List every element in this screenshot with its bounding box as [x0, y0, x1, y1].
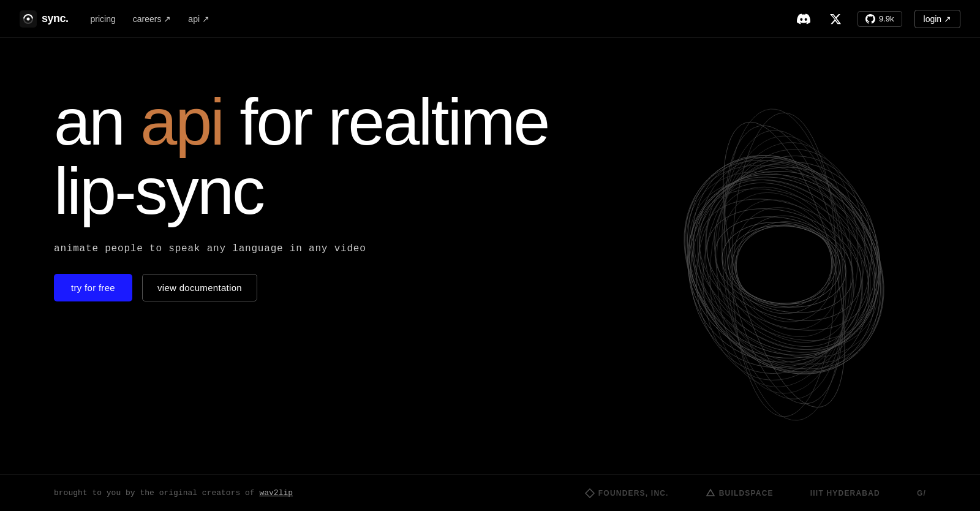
sync-logo-icon — [20, 10, 37, 28]
headline-api: api — [140, 85, 223, 159]
svg-point-40 — [712, 104, 856, 426]
svg-point-38 — [682, 143, 885, 387]
svg-point-36 — [657, 125, 911, 404]
headline-lipsync: lip-sync — [54, 154, 263, 228]
svg-point-9 — [662, 135, 906, 394]
svg-point-28 — [679, 173, 890, 356]
svg-point-35 — [649, 120, 919, 409]
svg-point-39 — [700, 153, 868, 376]
github-stars-button[interactable]: 9.9k — [858, 11, 902, 27]
svg-point-34 — [644, 119, 924, 411]
svg-point-14 — [665, 146, 903, 384]
founders-inc-icon — [585, 488, 595, 498]
svg-point-37 — [669, 133, 900, 397]
twitter-button[interactable] — [826, 9, 845, 29]
github-icon — [865, 14, 875, 24]
svg-point-26 — [704, 202, 864, 327]
svg-point-6 — [700, 136, 868, 393]
hero-subtitle: animate people to speak any language in … — [54, 243, 926, 254]
nav-right: 9.9k login ↗ — [794, 9, 960, 29]
svg-point-10 — [657, 135, 911, 393]
buildspace-logo: buildspace — [706, 488, 774, 498]
github-star-count: 9.9k — [879, 14, 894, 23]
footer-logos: FOUNDERS, INC. buildspace IIIT HYDERABAD… — [585, 488, 926, 498]
svg-point-19 — [718, 193, 850, 336]
svg-point-32 — [644, 125, 923, 404]
svg-point-29 — [666, 158, 902, 372]
logo[interactable]: sync. — [20, 10, 69, 28]
hero-section: an api for realtime lip-sync animate peo… — [0, 38, 980, 467]
logo-text: sync. — [42, 12, 69, 25]
svg-point-5 — [717, 136, 851, 393]
svg-point-3 — [705, 116, 862, 413]
twitter-icon — [829, 13, 842, 25]
nav-links: pricing careers ↗ api ↗ — [91, 14, 209, 24]
nav-left: sync. pricing careers ↗ api ↗ — [20, 10, 209, 28]
svg-point-11 — [653, 136, 914, 393]
svg-point-2 — [699, 110, 870, 419]
navbar: sync. pricing careers ↗ api ↗ 9.9k — [0, 0, 980, 38]
svg-point-20 — [725, 205, 843, 325]
svg-point-17 — [697, 170, 871, 360]
discord-icon — [797, 12, 810, 26]
google-logo: G/ — [917, 489, 926, 498]
svg-point-18 — [708, 181, 859, 347]
svg-point-33 — [643, 120, 925, 409]
wav2lip-link[interactable]: wav2lip — [259, 488, 293, 498]
svg-point-1 — [27, 17, 30, 20]
login-button[interactable]: login ↗ — [914, 10, 960, 28]
footer-bar: brought to you by the original creators … — [0, 474, 980, 511]
svg-point-16 — [685, 161, 883, 369]
nav-careers[interactable]: careers ↗ — [133, 14, 172, 24]
hero-headline: an api for realtime lip-sync — [54, 87, 642, 226]
svg-point-7 — [685, 136, 883, 393]
headline-an: an — [54, 85, 140, 159]
footer-attribution: brought to you by the original creators … — [54, 488, 293, 498]
founders-inc-logo: FOUNDERS, INC. — [585, 488, 669, 498]
discord-button[interactable] — [794, 9, 813, 29]
svg-marker-42 — [586, 489, 594, 498]
view-documentation-button[interactable]: view documentation — [142, 274, 257, 301]
svg-point-15 — [674, 152, 894, 377]
svg-point-4 — [711, 125, 857, 404]
svg-point-8 — [673, 136, 895, 393]
hero-buttons: try for free view documentation — [54, 274, 926, 301]
nav-api[interactable]: api ↗ — [188, 14, 209, 24]
headline-for-realtime: for realtime — [223, 85, 548, 159]
svg-point-13 — [658, 141, 910, 389]
svg-point-12 — [654, 137, 914, 392]
try-for-free-button[interactable]: try for free — [54, 274, 132, 301]
nav-pricing[interactable]: pricing — [91, 14, 116, 24]
svg-point-27 — [692, 189, 876, 341]
svg-point-41 — [732, 113, 836, 417]
iiit-hyderabad-logo: IIIT HYDERABAD — [810, 489, 880, 498]
svg-point-31 — [649, 134, 918, 396]
buildspace-icon — [706, 488, 715, 498]
svg-point-30 — [657, 145, 911, 385]
